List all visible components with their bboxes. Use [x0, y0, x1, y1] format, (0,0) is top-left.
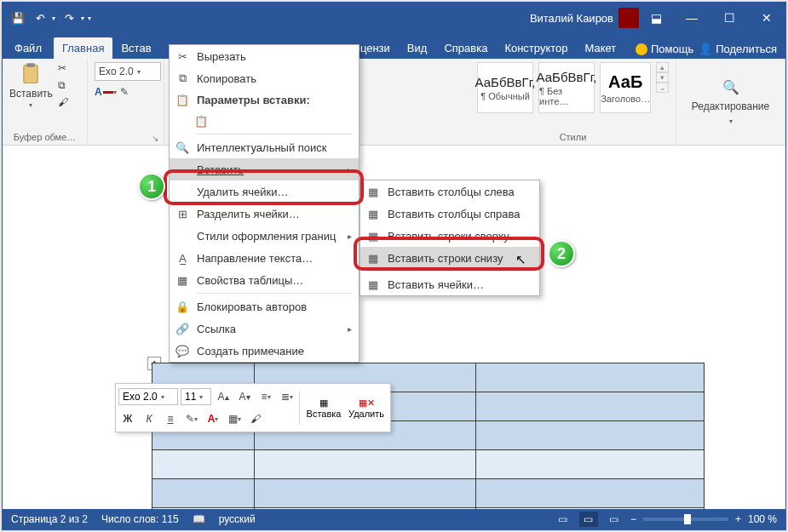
cut-icon[interactable]: ✂ [58, 62, 72, 76]
format-painter-icon[interactable]: 🖌 [58, 96, 72, 110]
paste-icon: 📋 [175, 92, 190, 107]
ctx-insert[interactable]: Вставить▸ [170, 158, 359, 180]
format-painter-icon[interactable]: 🖌 [246, 409, 265, 428]
style-no-spacing[interactable]: АаБбВвГг,¶ Без инте… [538, 62, 595, 113]
view-web-icon[interactable]: ▭ [605, 512, 624, 527]
view-print-icon[interactable]: ▭ [579, 512, 598, 527]
split-cells-icon: ⊞ [175, 206, 190, 221]
tab-view[interactable]: Вид [399, 37, 436, 59]
shrink-font-icon[interactable]: A▾ [235, 387, 254, 406]
zoom-in-icon[interactable]: + [735, 513, 741, 525]
font-color-icon[interactable]: A▾ [204, 409, 222, 428]
qat-customize-icon[interactable]: ▾ [88, 14, 91, 22]
tab-constructor[interactable]: Конструктор [496, 37, 576, 59]
ctx-text-direction[interactable]: A̲Направление текста… [170, 247, 359, 269]
zoom-label[interactable]: 100 % [748, 513, 777, 525]
style-heading[interactable]: АаБЗаголово… [600, 62, 651, 113]
chevron-right-icon: ▸ [348, 232, 352, 241]
underline-icon[interactable]: ≡ [161, 409, 180, 428]
zoom-slider[interactable] [643, 518, 728, 521]
insert-rows-below-icon: ▦ [365, 250, 381, 266]
ribbon-options-icon[interactable]: ⬓ [647, 9, 664, 26]
titlebar: 💾 ↶▾ ↷▾ ▾ Виталий Каиров ⬓ — ☐ ✕ [3, 3, 785, 33]
ctx-new-comment[interactable]: 💬Создать примечание [170, 340, 359, 362]
redo-icon[interactable]: ↷ [60, 9, 78, 26]
styles-down-icon[interactable]: ▾ [656, 72, 669, 83]
sub-insert-cols-right[interactable]: ▦Вставить столбцы справа [360, 203, 539, 225]
sub-insert-rows-above[interactable]: ▦Вставить строки сверху [360, 225, 539, 247]
ctx-delete-cells[interactable]: Удалить ячейки… [170, 180, 359, 203]
copy-icon: ⧉ [175, 71, 190, 86]
tab-help[interactable]: Справка [435, 37, 496, 59]
italic-button[interactable]: К [140, 409, 158, 428]
find-icon[interactable]: 🔍 [722, 79, 739, 95]
ctx-table-properties[interactable]: ▦Свойства таблицы… [170, 269, 359, 291]
font-color-icon[interactable]: A▾ [95, 86, 117, 98]
shading-icon[interactable]: ▦▾ [225, 409, 244, 428]
mini-font-combo[interactable]: Exo 2.0▾ [118, 388, 178, 405]
svg-rect-0 [24, 66, 37, 83]
ctx-split-cells[interactable]: ⊞Разделить ячейки… [170, 203, 359, 225]
sub-insert-rows-below[interactable]: ▦Вставить строки снизу [360, 247, 539, 269]
view-read-icon[interactable]: ▭ [554, 512, 572, 527]
cut-icon: ✂ [175, 49, 190, 64]
ribbon: Вставить ▾ ✂ ⧉ 🖌 Буфер обме… Exo 2.0▾ A▾… [3, 59, 785, 146]
tab-file[interactable]: Файл [3, 37, 54, 59]
highlight-icon[interactable]: ✎ [120, 86, 129, 98]
ctx-copy[interactable]: ⧉Копировать [170, 67, 359, 89]
close-button[interactable]: ✕ [748, 3, 785, 33]
paste-button[interactable]: Вставить ▾ [9, 62, 53, 109]
numbering-icon[interactable]: ≣▾ [278, 387, 296, 406]
minimize-button[interactable]: — [673, 3, 710, 33]
ctx-smart-lookup[interactable]: 🔍Интеллектуальный поиск [170, 136, 359, 158]
status-language[interactable]: русский [219, 513, 256, 525]
status-bar: Страница 2 из 2 Число слов: 115 📖 русски… [3, 509, 785, 529]
chevron-right-icon: ▸ [348, 165, 352, 174]
grow-font-icon[interactable]: A▴ [214, 387, 233, 406]
undo-icon[interactable]: ↶ [32, 9, 49, 26]
bullets-icon[interactable]: ≡▾ [256, 387, 275, 406]
paste-option-icon: 📋 [193, 113, 209, 129]
ctx-border-styles[interactable]: Стили оформления границ▸ [170, 225, 359, 247]
copy-icon[interactable]: ⧉ [58, 79, 72, 93]
maximize-button[interactable]: ☐ [710, 3, 748, 33]
status-page[interactable]: Страница 2 из 2 [11, 513, 88, 525]
zoom-out-icon[interactable]: − [630, 513, 636, 525]
highlight-icon[interactable]: ✎▾ [182, 409, 201, 428]
mini-delete-button[interactable]: ▦✕Удалить [345, 398, 388, 419]
mini-insert-button[interactable]: ▦Вставка [302, 398, 345, 419]
link-icon: 🔗 [175, 321, 190, 336]
annotation-badge-2: 2 [548, 240, 575, 267]
status-words[interactable]: Число слов: 115 [101, 513, 179, 525]
ctx-link[interactable]: 🔗Ссылка▸ [170, 317, 359, 340]
tab-home[interactable]: Главная [54, 37, 112, 59]
tab-insert[interactable]: Встав [112, 37, 159, 59]
ctx-paste-options-header: 📋Параметры вставки: [170, 89, 359, 110]
insert-cols-right-icon: ▦ [365, 206, 381, 221]
user-account[interactable]: Виталий Каиров [530, 8, 639, 28]
mini-size-combo[interactable]: 11▾ [181, 388, 211, 405]
status-spellcheck-icon[interactable]: 📖 [193, 513, 205, 525]
save-icon[interactable]: 💾 [9, 9, 26, 26]
ctx-paste-option-1[interactable]: 📋 [170, 110, 359, 132]
bulb-icon [636, 43, 647, 55]
share-button[interactable]: 👤Поделиться [699, 43, 777, 55]
dialog-launcher-icon[interactable]: ↘ [152, 134, 158, 143]
lock-icon: 🔒 [175, 299, 190, 314]
insert-submenu: ▦Вставить столбцы слева ▦Вставить столбц… [359, 180, 540, 296]
style-normal[interactable]: АаБбВвГг,¶ Обычный [477, 62, 533, 113]
annotation-badge-1: 1 [138, 173, 165, 200]
styles-more-icon[interactable]: ⌄ [656, 83, 669, 93]
tab-layout[interactable]: Макет [577, 37, 625, 59]
bold-button[interactable]: Ж [118, 409, 137, 428]
ribbon-tabs: Файл Главная Встав Рецензи Вид Справка К… [3, 33, 785, 59]
user-name: Виталий Каиров [530, 12, 613, 25]
font-name-combo[interactable]: Exo 2.0▾ [95, 62, 161, 81]
tell-me[interactable]: Помощь [636, 43, 693, 55]
sub-insert-cells[interactable]: ▦Вставить ячейки… [360, 273, 539, 295]
sub-insert-cols-left[interactable]: ▦Вставить столбцы слева [360, 180, 539, 203]
ctx-block-authors[interactable]: 🔒Блокировать авторов [170, 295, 359, 317]
styles-up-icon[interactable]: ▴ [656, 62, 669, 72]
comment-icon: 💬 [175, 343, 190, 358]
ctx-cut[interactable]: ✂Вырезать [170, 45, 359, 67]
